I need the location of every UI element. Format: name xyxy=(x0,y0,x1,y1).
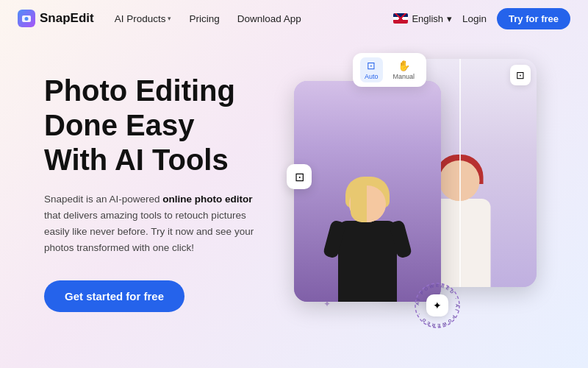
hero-description: Snapedit is an AI-powered online photo e… xyxy=(44,191,265,257)
flag-icon xyxy=(393,13,408,24)
auto-icon: ⊡ xyxy=(367,60,376,71)
navbar: SnapEdit AI Products ▾ Pricing Download … xyxy=(0,0,588,37)
chevron-down-icon: ▾ xyxy=(168,15,171,22)
hero-right: ⊡ Auto ✋ Manual xyxy=(294,44,551,368)
expand-icon[interactable]: ⊡ xyxy=(510,65,531,85)
hero-section: Photo Editing Done Easy With AI Tools Sn… xyxy=(0,37,588,368)
login-button[interactable]: Login xyxy=(462,13,487,24)
nav-ai-products[interactable]: AI Products ▾ xyxy=(115,13,172,24)
nav-links: AI Products ▾ Pricing Download App xyxy=(115,13,394,24)
split-line xyxy=(459,59,461,287)
crop-icon[interactable]: ⊡ xyxy=(287,164,312,189)
nav-download[interactable]: Download App xyxy=(237,13,301,24)
logo[interactable]: SnapEdit xyxy=(18,10,94,27)
photo-bg-1 xyxy=(294,81,441,302)
hero-left: Photo Editing Done Easy With AI Tools Sn… xyxy=(44,52,294,368)
language-selector[interactable]: English ▾ xyxy=(393,13,452,24)
nav-pricing[interactable]: Pricing xyxy=(189,13,219,24)
nav-right: English ▾ Login Try for free xyxy=(393,8,570,29)
logo-icon xyxy=(18,10,35,27)
brand-name: SnapEdit xyxy=(40,11,94,26)
manual-icon: ✋ xyxy=(398,60,410,71)
person-1 xyxy=(338,185,397,302)
try-free-button[interactable]: Try for free xyxy=(497,8,570,29)
hero-title: Photo Editing Done Easy With AI Tools xyxy=(44,74,294,178)
auto-manual-toolbar: ⊡ Auto ✋ Manual xyxy=(353,53,426,87)
ai-wand-icon: ✦ xyxy=(426,294,448,316)
photo-card-1 xyxy=(294,81,441,302)
manual-btn[interactable]: ✋ Manual xyxy=(389,57,420,82)
chevron-down-icon: ▾ xyxy=(447,13,452,24)
svg-point-1 xyxy=(25,17,29,21)
cta-button[interactable]: Get started for free xyxy=(44,280,184,312)
auto-btn[interactable]: ⊡ Auto xyxy=(360,57,383,82)
ai-powered-badge: AI POWERED · AI POWERED · ✦ xyxy=(412,280,463,331)
